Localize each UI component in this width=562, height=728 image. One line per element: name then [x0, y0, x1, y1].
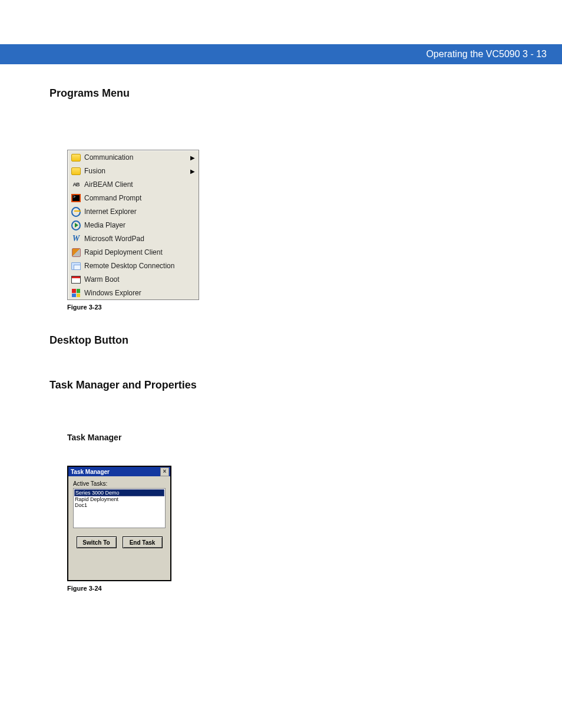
- programs-menu-item-label: Command Prompt: [84, 194, 141, 202]
- programs-menu-item[interactable]: WMicrosoft WordPad: [68, 232, 199, 245]
- active-tasks-list[interactable]: Series 3000 DemoRapid DeploymentDoc1: [73, 488, 166, 528]
- task-list-item[interactable]: Doc1: [74, 502, 164, 508]
- figure-3-23-caption: Figure 3-23: [67, 304, 527, 311]
- warm-boot-icon: [71, 275, 81, 284]
- programs-menu-item-label: Internet Explorer: [84, 207, 137, 216]
- programs-menu-item[interactable]: Remote Desktop Connection: [68, 259, 199, 272]
- task-manager-properties-heading: Task Manager and Properties: [49, 379, 527, 391]
- programs-menu-item-label: Communication: [84, 153, 133, 162]
- programs-menu-item[interactable]: Media Player: [68, 218, 199, 232]
- programs-menu-item[interactable]: Rapid Deployment Client: [68, 245, 199, 259]
- task-list-item[interactable]: Series 3000 Demo: [74, 489, 164, 496]
- desktop-button-heading: Desktop Button: [49, 334, 527, 347]
- task-manager-titlebar[interactable]: Task Manager ×: [68, 467, 170, 476]
- folder-icon: [71, 153, 81, 162]
- close-icon[interactable]: ×: [160, 467, 169, 476]
- programs-menu-item[interactable]: Windows Explorer: [68, 286, 199, 299]
- programs-menu-item-label: Media Player: [84, 221, 125, 229]
- windows-explorer-icon: [71, 288, 81, 298]
- programs-menu-heading: Programs Menu: [49, 87, 527, 100]
- programs-menu-item-label: Warm Boot: [84, 275, 120, 284]
- page-header-band: Operating the VC5090 3 - 13: [0, 44, 562, 64]
- task-manager-subheading: Task Manager: [67, 433, 527, 442]
- folder-icon: [71, 166, 81, 176]
- task-manager-figure: Task Manager × Active Tasks: Series 3000…: [67, 466, 527, 592]
- programs-menu-item-label: Fusion: [84, 167, 105, 175]
- programs-menu-item-label: Microsoft WordPad: [84, 235, 144, 243]
- programs-menu-item[interactable]: ABAirBEAM Client: [68, 177, 199, 191]
- end-task-button[interactable]: End Task: [123, 536, 163, 548]
- task-manager-title-text: Task Manager: [71, 469, 110, 475]
- remote-desktop-icon: [71, 261, 81, 271]
- rapid-deployment-icon: [71, 248, 81, 257]
- programs-menu-item-label: Rapid Deployment Client: [84, 248, 163, 256]
- chevron-right-icon: ▶: [190, 154, 195, 161]
- task-manager-window: Task Manager × Active Tasks: Series 3000…: [67, 466, 171, 581]
- task-manager-buttons: Switch To End Task: [73, 536, 166, 548]
- content-area: Programs Menu Communication▶Fusion▶ABAir…: [49, 87, 527, 592]
- active-tasks-label: Active Tasks:: [73, 480, 166, 487]
- media-player-icon: [71, 220, 81, 230]
- document-page: Operating the VC5090 3 - 13 Programs Men…: [0, 0, 562, 728]
- task-manager-body: Active Tasks: Series 3000 DemoRapid Depl…: [68, 476, 170, 580]
- programs-menu-item[interactable]: Warm Boot: [68, 272, 199, 286]
- task-list-item[interactable]: Rapid Deployment: [74, 496, 164, 502]
- internet-explorer-icon: [71, 207, 81, 216]
- programs-menu-item-label: AirBEAM Client: [84, 180, 133, 189]
- switch-to-button[interactable]: Switch To: [77, 536, 117, 548]
- chevron-right-icon: ▶: [190, 168, 195, 174]
- programs-menu-item[interactable]: Command Prompt: [68, 191, 199, 205]
- figure-3-24-caption: Figure 3-24: [67, 585, 527, 592]
- programs-menu-item-label: Remote Desktop Connection: [84, 262, 174, 270]
- programs-menu: Communication▶Fusion▶ABAirBEAM ClientCom…: [67, 150, 199, 300]
- command-prompt-icon: [71, 193, 81, 203]
- airbeam-icon: AB: [71, 180, 81, 189]
- wordpad-icon: W: [71, 234, 81, 243]
- programs-menu-item[interactable]: Fusion▶: [68, 164, 199, 177]
- page-header-text: Operating the VC5090 3 - 13: [426, 49, 547, 60]
- programs-menu-item[interactable]: Communication▶: [68, 150, 199, 164]
- programs-menu-item[interactable]: Internet Explorer: [68, 205, 199, 218]
- programs-menu-item-label: Windows Explorer: [84, 289, 141, 297]
